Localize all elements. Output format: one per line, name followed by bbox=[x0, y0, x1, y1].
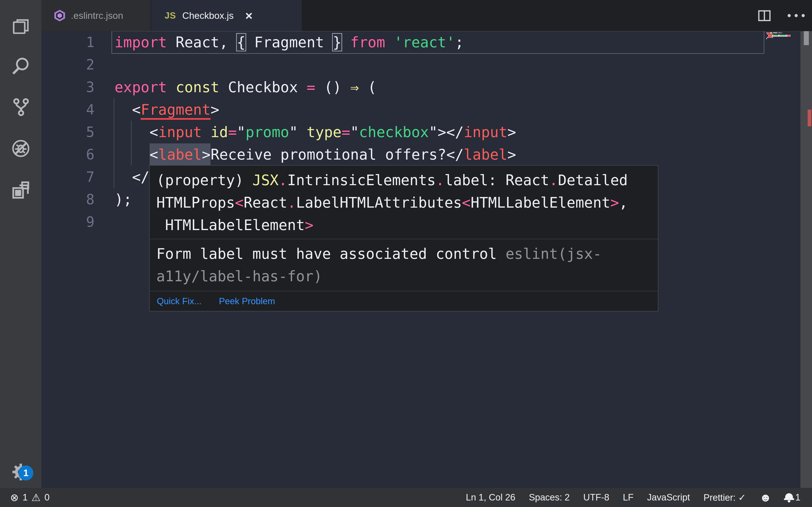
tooltip-actions: Quick Fix... Peek Problem bbox=[150, 291, 658, 311]
line-number: 5 bbox=[41, 121, 95, 144]
overview-ruler[interactable] bbox=[800, 31, 812, 488]
code-line-text: import React, { Fragment } from 'react'; bbox=[114, 31, 464, 54]
code-line[interactable]: 1import React, { Fragment } from 'react'… bbox=[41, 31, 764, 54]
js-file-icon: JS bbox=[164, 11, 176, 21]
status-bar: ⊗ 1 ⚠ 0 Ln 1, Col 26 Spaces: 2 UTF-8 LF … bbox=[0, 488, 812, 507]
line-number: 2 bbox=[41, 54, 95, 76]
activity-bar: 1 bbox=[0, 0, 41, 488]
prettier-status[interactable]: Prettier: ✓ bbox=[704, 492, 746, 503]
highlighted-word: <label> bbox=[150, 144, 211, 166]
tooltip-signature-line: HTMLLabelElement> bbox=[156, 214, 651, 236]
editor-actions bbox=[758, 0, 805, 31]
eol-sequence[interactable]: LF bbox=[623, 492, 633, 503]
tab-label: .eslintrc.json bbox=[71, 10, 123, 21]
minimap-line bbox=[766, 32, 782, 33]
search-icon bbox=[10, 56, 32, 77]
line-number: 7 bbox=[41, 166, 95, 188]
minimap-line bbox=[766, 36, 791, 37]
notification-count: 1 bbox=[795, 492, 800, 503]
minimap[interactable] bbox=[764, 31, 800, 488]
error-marker bbox=[808, 110, 811, 126]
code-line-text: <label>Receive promotional offers?</labe… bbox=[114, 144, 516, 166]
code-line-text: export const Checkbox = () ⇒ ( bbox=[114, 76, 376, 99]
notifications-bell[interactable]: 1 bbox=[785, 492, 800, 503]
warning-count: 0 bbox=[45, 492, 50, 503]
warning-icon: ⚠ bbox=[32, 492, 41, 503]
code-line[interactable]: 4 <Fragment> bbox=[41, 99, 764, 121]
settings-badge: 1 bbox=[18, 465, 33, 481]
line-number: 4 bbox=[41, 99, 95, 121]
tooltip-message-line: a11y/label-has-for) bbox=[156, 265, 651, 288]
code-line-text: ); bbox=[114, 188, 132, 211]
tooltip-signature: (property) JSX.IntrinsicElements.label: … bbox=[150, 166, 658, 239]
scrollbar-slider[interactable] bbox=[804, 29, 809, 45]
activity-item-extensions[interactable] bbox=[0, 173, 41, 207]
activity-item-debug-disabled[interactable] bbox=[0, 131, 41, 165]
code-line-text: <input id="promo" type="checkbox"></inpu… bbox=[114, 121, 516, 144]
tooltip-signature-line: (property) JSX.IntrinsicElements.label: … bbox=[156, 169, 651, 191]
split-editor-icon[interactable] bbox=[758, 10, 771, 21]
extensions-icon bbox=[10, 180, 32, 201]
feedback-smiley-icon[interactable]: ☻ bbox=[759, 492, 772, 503]
tooltip-message-line: Form label must have associated control … bbox=[156, 243, 651, 265]
more-actions-icon[interactable] bbox=[788, 14, 805, 17]
git-branch-icon bbox=[10, 96, 32, 118]
minimap-line bbox=[766, 35, 791, 36]
editor[interactable]: 1import React, { Fragment } from 'react'… bbox=[41, 31, 764, 488]
bell-icon bbox=[785, 493, 793, 500]
tooltip-diagnostic-message: Form label must have associated control … bbox=[150, 239, 658, 291]
line-number: 6 bbox=[41, 144, 95, 166]
code-line-text: <Fragment> bbox=[114, 99, 219, 121]
eslint-icon bbox=[54, 10, 65, 21]
language-mode[interactable]: JavaScript bbox=[647, 492, 690, 503]
activity-item-source-control[interactable] bbox=[0, 90, 41, 124]
problems-status[interactable]: ⊗ 1 ⚠ 0 bbox=[10, 492, 50, 503]
tab-label: Checkbox.js bbox=[182, 10, 234, 21]
tab-bar: .eslintrc.json JS Checkbox.js × bbox=[41, 0, 812, 31]
code-line[interactable]: 6 <label>Receive promotional offers?</la… bbox=[41, 144, 764, 166]
activity-item-search[interactable] bbox=[0, 50, 41, 83]
cursor-position[interactable]: Ln 1, Col 26 bbox=[466, 492, 515, 503]
tab-eslintrc-json[interactable]: .eslintrc.json bbox=[41, 0, 151, 31]
activity-item-explorer[interactable] bbox=[0, 10, 41, 44]
error-count: 1 bbox=[22, 492, 28, 503]
quick-fix-link[interactable]: Quick Fix... bbox=[157, 296, 202, 306]
status-right: Ln 1, Col 26 Spaces: 2 UTF-8 LF JavaScri… bbox=[466, 492, 800, 503]
line-number: 8 bbox=[41, 188, 95, 211]
error-icon: ⊗ bbox=[10, 492, 18, 503]
minimap-line bbox=[766, 34, 772, 35]
tooltip-signature-line: HTMLProps<React.LabelHTMLAttributes<HTML… bbox=[156, 191, 651, 214]
hover-tooltip: (property) JSX.IntrinsicElements.label: … bbox=[149, 165, 658, 312]
encoding[interactable]: UTF-8 bbox=[583, 492, 609, 503]
line-number: 1 bbox=[41, 31, 95, 54]
code-line[interactable]: 3export const Checkbox = () ⇒ ( bbox=[41, 76, 764, 99]
peek-problem-link[interactable]: Peek Problem bbox=[219, 296, 275, 306]
minimap-line bbox=[766, 38, 767, 39]
files-icon bbox=[10, 16, 32, 37]
minimap-line bbox=[766, 37, 773, 38]
debug-disabled-icon bbox=[10, 138, 32, 159]
code-line[interactable]: 2 bbox=[41, 54, 764, 76]
line-number: 9 bbox=[41, 211, 95, 233]
code-line[interactable]: 5 <input id="promo" type="checkbox"></in… bbox=[41, 121, 764, 144]
indentation[interactable]: Spaces: 2 bbox=[529, 492, 570, 503]
close-tab-icon[interactable]: × bbox=[245, 9, 253, 22]
line-number: 3 bbox=[41, 76, 95, 99]
tab-checkbox-js[interactable]: JS Checkbox.js × bbox=[151, 0, 302, 31]
